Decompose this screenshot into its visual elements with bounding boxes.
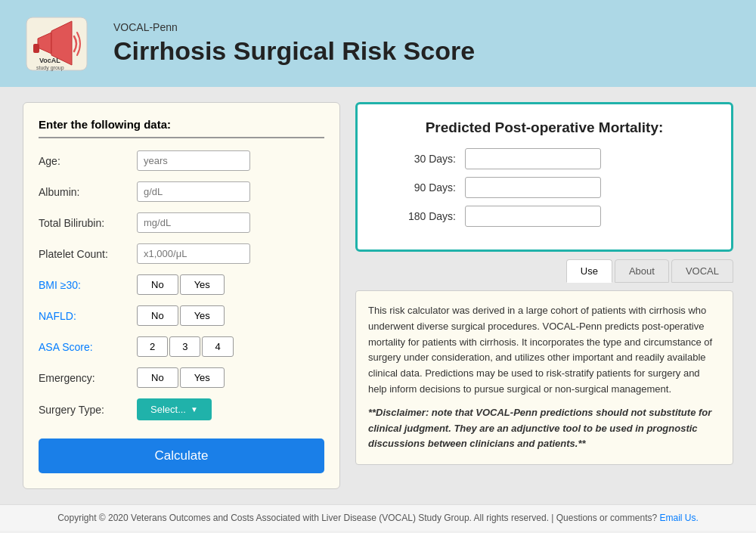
bmi-yes-button[interactable]: Yes	[180, 274, 225, 295]
info-panel: This risk calculator was derived in a la…	[355, 290, 733, 465]
asa-2-button[interactable]: 2	[137, 336, 168, 357]
result-90-label: 90 Days:	[380, 181, 456, 194]
main-content: Enter the following data: Age: Albumin: …	[0, 87, 756, 504]
platelet-input[interactable]	[137, 243, 250, 264]
emergency-toggle-group: No Yes	[137, 367, 225, 388]
albumin-label: Albumin:	[39, 186, 137, 198]
emergency-no-button[interactable]: No	[137, 367, 178, 388]
nafld-label: NAFLD:	[39, 310, 137, 322]
result-30-field	[465, 148, 601, 169]
info-paragraph-1: This risk calculator was derived in a la…	[368, 303, 720, 398]
panel-title: Enter the following data:	[39, 118, 324, 138]
bmi-row: BMI ≥30: No Yes	[39, 274, 324, 295]
nafld-link[interactable]: NAFLD:	[39, 310, 76, 322]
age-input[interactable]	[137, 150, 250, 171]
info-disclaimer: **Disclaimer: note that VOCAL-Penn predi…	[368, 405, 720, 452]
bilirubin-label: Total Bilirubin:	[39, 217, 137, 229]
result-30-row: 30 Days:	[380, 148, 708, 169]
result-30-label: 30 Days:	[380, 153, 456, 165]
albumin-row: Albumin:	[39, 181, 324, 202]
platelet-row: Platelet Count:	[39, 243, 324, 264]
footer: Copyright © 2020 Veterans Outcomes and C…	[0, 504, 756, 531]
logo-area: VocAL study group	[23, 10, 91, 78]
nafld-row: NAFLD: No Yes	[39, 305, 324, 326]
tab-vocal[interactable]: VOCAL	[671, 259, 733, 283]
dropdown-arrow-icon: ▼	[191, 405, 198, 414]
tab-about[interactable]: About	[615, 259, 669, 283]
emergency-label: Emergency:	[39, 372, 137, 384]
result-90-field	[465, 177, 601, 198]
result-180-row: 180 Days:	[380, 206, 708, 227]
result-180-field	[465, 206, 601, 227]
bilirubin-row: Total Bilirubin:	[39, 212, 324, 233]
platelet-label: Platelet Count:	[39, 248, 137, 260]
bmi-toggle-group: No Yes	[137, 274, 225, 295]
asa-3-button[interactable]: 3	[169, 336, 200, 357]
result-90-row: 90 Days:	[380, 177, 708, 198]
asa-row: ASA Score: 2 3 4	[39, 336, 324, 357]
surgery-row: Surgery Type: Select... ▼	[39, 398, 324, 420]
emergency-yes-button[interactable]: Yes	[180, 367, 225, 388]
emergency-row: Emergency: No Yes	[39, 367, 324, 388]
header-title: Cirrhosis Surgical Risk Score	[113, 36, 475, 66]
header-subtitle: VOCAL-Penn	[113, 21, 475, 33]
results-box: Predicted Post-operative Mortality: 30 D…	[355, 102, 733, 252]
left-panel: Enter the following data: Age: Albumin: …	[23, 102, 340, 489]
albumin-input[interactable]	[137, 181, 250, 202]
header-text: VOCAL-Penn Cirrhosis Surgical Risk Score	[113, 21, 475, 66]
svg-text:VocAL: VocAL	[39, 57, 60, 64]
footer-text: Copyright © 2020 Veterans Outcomes and C…	[57, 513, 657, 523]
age-label: Age:	[39, 155, 137, 167]
bilirubin-input[interactable]	[137, 212, 250, 233]
nafld-no-button[interactable]: No	[137, 305, 178, 326]
asa-button-group: 2 3 4	[137, 336, 234, 357]
bmi-no-button[interactable]: No	[137, 274, 178, 295]
tab-use[interactable]: Use	[566, 259, 612, 283]
footer-email-link[interactable]: Email Us.	[659, 513, 698, 523]
svg-rect-3	[33, 44, 39, 53]
nafld-toggle-group: No Yes	[137, 305, 225, 326]
result-180-label: 180 Days:	[380, 210, 456, 222]
tab-bar: Use About VOCAL	[355, 259, 733, 283]
results-title: Predicted Post-operative Mortality:	[380, 119, 708, 136]
asa-4-button[interactable]: 4	[202, 336, 233, 357]
bmi-label: BMI ≥30:	[39, 279, 137, 291]
surgery-select-button[interactable]: Select... ▼	[137, 398, 212, 420]
surgery-label: Surgery Type:	[39, 404, 137, 416]
header: VocAL study group VOCAL-Penn Cirrhosis S…	[0, 0, 756, 87]
asa-link[interactable]: ASA Score:	[39, 341, 93, 353]
vocal-logo: VocAL study group	[23, 10, 91, 78]
asa-label: ASA Score:	[39, 341, 137, 353]
bmi-link[interactable]: BMI ≥30:	[39, 279, 81, 291]
svg-text:study group: study group	[36, 65, 64, 71]
nafld-yes-button[interactable]: Yes	[180, 305, 225, 326]
right-panel: Predicted Post-operative Mortality: 30 D…	[355, 102, 733, 489]
age-row: Age:	[39, 150, 324, 171]
calculate-button[interactable]: Calculate	[39, 438, 324, 473]
surgery-select-label: Select...	[150, 404, 186, 415]
